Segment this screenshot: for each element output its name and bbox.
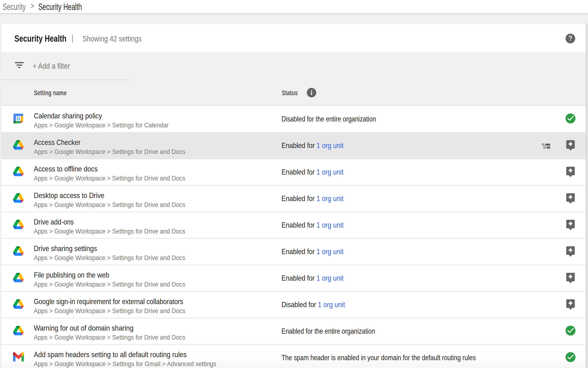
svg-text:31: 31	[16, 116, 20, 121]
